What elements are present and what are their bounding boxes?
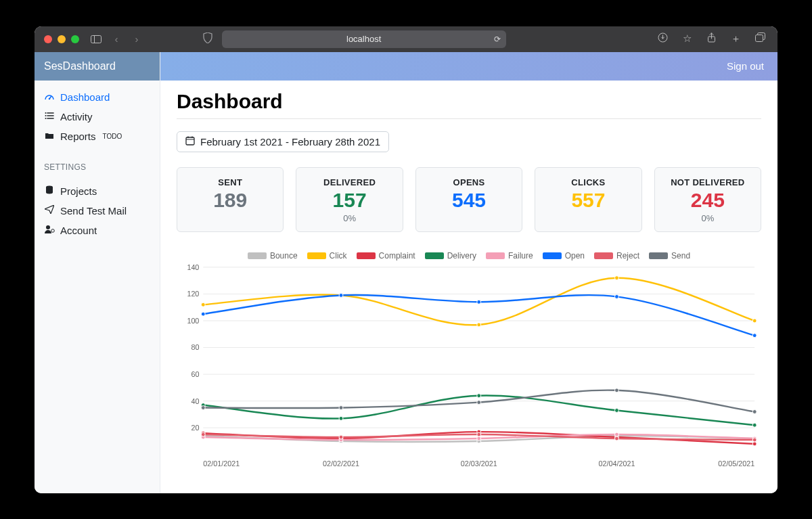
sidebar-item-dashboard[interactable]: Dashboard [35,87,160,107]
svg-point-67 [477,300,481,304]
close-window-button[interactable] [44,35,52,43]
card-label: CLICKS [541,177,635,187]
sidebar-item-send-test-mail[interactable]: Send Test Mail [35,201,160,221]
legend-label: Send [671,251,690,261]
divider [177,118,761,119]
svg-point-70 [201,432,205,436]
main-area: Sign out Dashboard February 1st 2021 - F… [160,52,777,493]
legend-swatch [543,252,562,259]
legend-item[interactable]: Send [649,251,690,261]
svg-point-45 [201,302,205,307]
svg-point-76 [339,405,343,409]
sidebar-item-label: Reports [60,131,96,142]
nav-settings: Projects Send Test Mail Account [35,175,160,247]
card-sub: 0% [660,213,755,223]
legend-label: Click [330,251,347,261]
svg-text:100: 100 [187,316,199,324]
svg-text:120: 120 [187,290,199,298]
nav-forward-button[interactable]: › [129,33,144,45]
address-bar[interactable]: localhost ⟳ [222,30,506,48]
calendar-icon [185,136,195,148]
date-range-text: February 1st 2021 - February 28th 2021 [200,136,380,148]
svg-point-79 [752,409,757,413]
card-value: 157 [302,189,397,212]
svg-point-11 [45,112,47,114]
svg-text:02/04/2021: 02/04/2021 [598,459,635,468]
svg-point-54 [752,441,757,445]
legend-swatch [307,252,326,259]
sidebar-item-reports[interactable]: Reports TODO [35,127,160,146]
date-range-picker[interactable]: February 1st 2021 - February 28th 2021 [177,131,389,152]
minimize-window-button[interactable] [58,35,66,43]
app-root: SesDashboard Dashboard Activity [35,52,777,493]
reader-reload-icon[interactable]: ⟳ [494,35,501,44]
svg-point-57 [477,393,481,397]
svg-text:140: 140 [187,263,199,271]
svg-point-78 [615,388,619,392]
legend-swatch [594,252,613,259]
list-icon [44,112,55,122]
legend-item[interactable]: Bounce [248,251,298,261]
downloads-icon[interactable] [656,32,671,45]
sidebar-item-label: Account [60,225,97,236]
svg-text:02/01/2021: 02/01/2021 [203,459,240,468]
card-label: NOT DELIVERED [660,177,755,187]
legend-swatch [248,252,267,259]
legend-label: Failure [508,251,533,261]
svg-point-63 [615,432,619,436]
sidebar-group-settings-label: SETTINGS [35,153,160,175]
nav-primary: Dashboard Activity Reports TODO [35,81,160,153]
svg-text:80: 80 [191,343,199,351]
legend-item[interactable]: Click [307,251,347,261]
svg-point-73 [615,436,619,441]
legend-item[interactable]: Open [543,251,585,261]
card-value: 189 [183,189,277,212]
folder-icon [44,131,55,141]
legend-label: Reject [616,251,639,261]
svg-point-69 [752,333,757,337]
page-title: Dashboard [177,90,761,113]
sidebar-item-account[interactable]: Account [35,221,160,240]
svg-point-68 [615,294,619,298]
svg-point-16 [51,229,54,233]
legend-item[interactable]: Reject [594,251,639,261]
user-cog-icon [44,225,55,235]
legend-item[interactable]: Complaint [357,251,415,261]
card-clicks: CLICKS 557 [535,167,641,232]
bookmark-star-icon[interactable]: ☆ [680,32,695,45]
brand[interactable]: SesDashboard [35,52,160,81]
legend-item[interactable]: Delivery [425,251,476,261]
zoom-window-button[interactable] [71,35,79,43]
legend-label: Bounce [270,251,298,261]
card-sent: SENT 189 [177,167,284,232]
sidebar-item-label: Dashboard [60,91,110,103]
sidebar-item-activity[interactable]: Activity [35,107,160,127]
svg-text:02/02/2021: 02/02/2021 [323,459,359,468]
nav-back-button[interactable]: ‹ [109,33,124,45]
svg-point-59 [752,423,757,427]
share-icon[interactable] [704,32,719,45]
brand-text: SesDashboard [44,60,116,72]
svg-point-12 [45,115,47,116]
new-tab-icon[interactable]: ＋ [729,32,744,45]
legend-label: Open [565,251,585,261]
card-label: OPENS [422,177,516,187]
svg-point-65 [201,312,205,316]
tab-overview-icon[interactable] [753,32,768,45]
card-value: 545 [422,189,516,212]
signout-link[interactable]: Sign out [727,60,764,72]
svg-text:02/03/2021: 02/03/2021 [461,459,497,468]
sidebar-toggle-icon[interactable] [89,35,104,43]
card-label: DELIVERED [302,177,397,187]
svg-point-66 [339,293,343,297]
card-label: SENT [183,177,277,187]
legend-label: Delivery [447,251,476,261]
card-sub: 0% [302,213,397,223]
svg-point-62 [477,436,481,441]
summary-cards: SENT 189 DELIVERED 157 0% OPENS 545 CLIC… [177,167,761,232]
legend-item[interactable]: Failure [486,251,533,261]
legend-label: Complaint [379,251,415,261]
sidebar-item-label: Projects [60,185,97,197]
sidebar-item-label: Activity [60,111,93,122]
sidebar-item-projects[interactable]: Projects [35,181,160,201]
